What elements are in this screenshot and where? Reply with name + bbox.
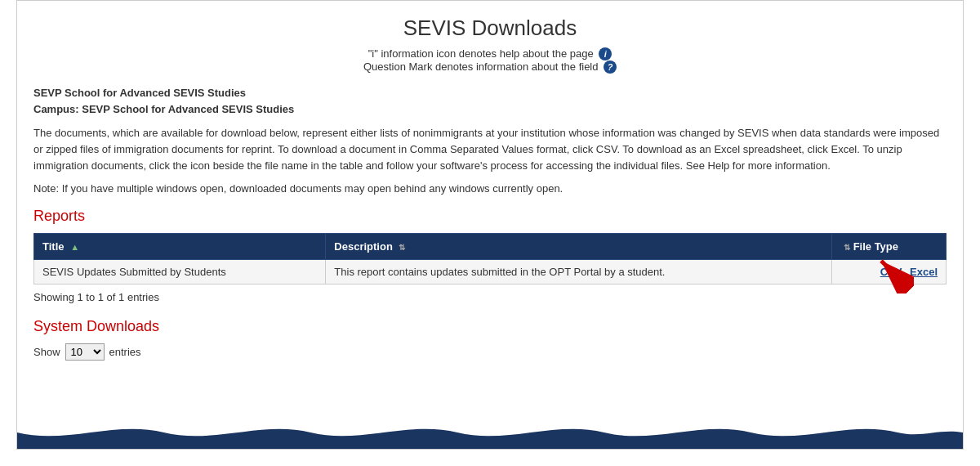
- description-text: The documents, which are available for d…: [33, 125, 947, 174]
- system-downloads-section: System Downloads Show 10 25 50 100 entri…: [33, 318, 947, 361]
- info-icon-2[interactable]: ?: [604, 60, 617, 74]
- note-text: Note: If you have multiple windows open,…: [33, 182, 947, 195]
- row-title: SEVIS Updates Submitted by Students: [34, 260, 326, 285]
- col-title[interactable]: Title ▲: [34, 234, 326, 260]
- table-header-row: Title ▲ Description ⇅ ⇅ File Type: [34, 234, 947, 260]
- sort-arrow-title: ▲: [70, 242, 79, 252]
- sort-arrows-filetype: ⇅: [844, 243, 850, 252]
- wave-bottom: [17, 416, 963, 449]
- svg-line-1: [881, 261, 910, 289]
- school-info: SEVP School for Advanced SEVIS Studies C…: [33, 85, 947, 117]
- info-line2: Question Mark denotes information about …: [33, 60, 947, 74]
- page-title: SEVIS Downloads: [33, 16, 947, 41]
- system-downloads-heading: System Downloads: [33, 318, 947, 335]
- school-name: SEVP School for Advanced SEVIS Studies: [33, 85, 947, 101]
- show-label: Show: [33, 346, 60, 358]
- table-row: SEVIS Updates Submitted by Students This…: [34, 260, 947, 285]
- entries-select[interactable]: 10 25 50 100: [65, 343, 105, 361]
- row-description: This report contains updates submitted i…: [326, 260, 832, 285]
- excel-link[interactable]: Excel: [910, 266, 938, 278]
- entries-label: entries: [109, 346, 141, 358]
- info-lines: "i" information icon denotes help about …: [33, 47, 947, 74]
- campus-label: Campus: SEVP School for Advanced SEVIS S…: [33, 101, 947, 118]
- page-wrapper: SEVIS Downloads "i" information icon den…: [16, 0, 964, 450]
- red-arrow-container: [869, 249, 914, 296]
- reports-heading: Reports: [33, 208, 947, 225]
- showing-text: Showing 1 to 1 of 1 entries: [33, 291, 947, 303]
- info-line1: "i" information icon denotes help about …: [33, 47, 947, 60]
- info-icon-1[interactable]: i: [599, 47, 612, 60]
- show-entries-row: Show 10 25 50 100 entries: [33, 343, 947, 361]
- col-description[interactable]: Description ⇅: [326, 234, 832, 260]
- red-arrow-icon: [869, 249, 914, 293]
- sort-arrows-desc: ⇅: [399, 243, 405, 252]
- reports-table: Title ▲ Description ⇅ ⇅ File Type SEVIS …: [33, 233, 947, 285]
